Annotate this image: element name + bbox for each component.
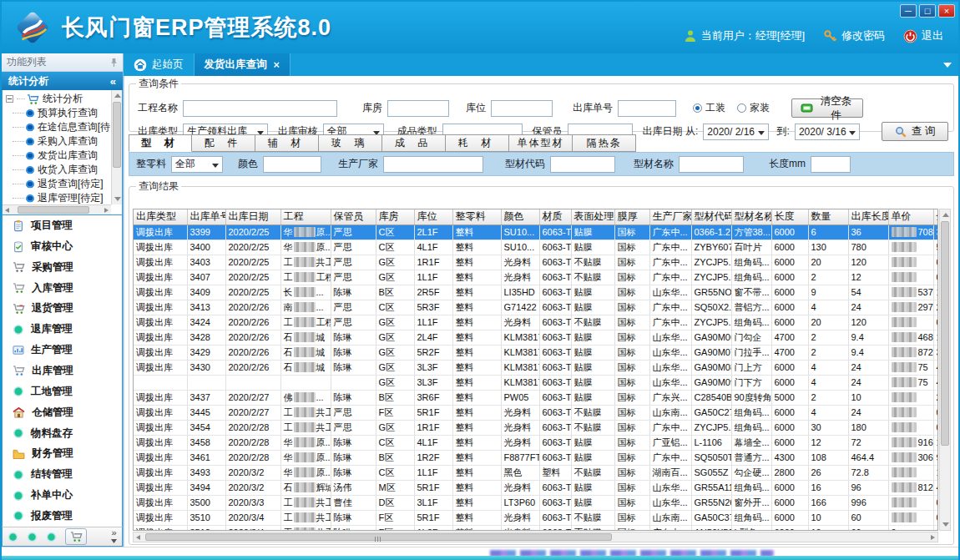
table-row[interactable]: 调拨出库34032020/2/25工共工程严思G区1R1F整料光身料6063-T…	[134, 255, 938, 270]
collapse-icon[interactable]: «	[110, 75, 116, 88]
grid-column-header[interactable]: 保管员	[331, 209, 376, 225]
table-row[interactable]: G区3L3F整料KLM38176063-T5贴膜国标山东华...GA90M09.…	[134, 375, 938, 390]
table-row[interactable]: 调拨出库34282020/2/26石城陈琳G区2L4F整料KLM38176063…	[134, 330, 938, 345]
radio-gongzhuang[interactable]: 工装	[693, 101, 725, 115]
table-row[interactable]: 调拨出库34452020/2/27工共工程严思F区5R1F整料光身料6063-T…	[134, 405, 938, 420]
clear-conditions-button[interactable]: 清空条件	[791, 98, 863, 118]
tree-expander-icon[interactable]	[6, 95, 13, 103]
sidebar-item-6[interactable]: 生产管理	[3, 340, 122, 361]
sidebar-item-8[interactable]: 工地管理	[3, 381, 122, 402]
material-tab-4[interactable]: 成 品	[382, 134, 446, 152]
sidebar-item-12[interactable]: 结转管理	[3, 464, 122, 485]
material-tab-6[interactable]: 单体型材	[509, 134, 573, 152]
table-row[interactable]: 调拨出库34072020/2/25工工程严思G区1L1F整料光身料6063-T5…	[134, 270, 938, 285]
grid-column-header[interactable]: 出库日期	[225, 209, 280, 225]
sidebar-item-4[interactable]: 退货管理	[3, 298, 122, 319]
grid-column-header[interactable]: 型材代码	[691, 209, 731, 225]
table-row[interactable]: 调拨出库34292020/2/26石城陈琳G区5R2F整料KLM38176063…	[134, 345, 938, 360]
grid-column-header[interactable]: 金	[933, 209, 938, 225]
green-dot-icon[interactable]	[46, 532, 57, 542]
table-row[interactable]: 调拨出库34372020/2/27佛...陈琳B区3R6F整料PW056063-…	[134, 390, 938, 405]
project-name-input[interactable]	[183, 100, 337, 117]
length-input[interactable]	[811, 156, 851, 173]
table-row[interactable]: 调拨出库34542020/2/28工共工程严思G区1R1F整料光身料6063-T…	[134, 420, 938, 435]
sidebar-item-7[interactable]: 出库管理	[3, 361, 122, 381]
change-password[interactable]: 修改密码	[823, 28, 885, 43]
warehouse-input[interactable]	[387, 100, 449, 117]
cart-shortcut-button[interactable]	[65, 528, 87, 545]
grid-column-header[interactable]: 出库长度	[848, 209, 888, 225]
table-row[interactable]: 调拨出库35122020/3/4工共工程陈琳F区1L2F整料光身料6063-T5…	[134, 525, 938, 531]
sidebar-item-14[interactable]: 报废管理	[3, 506, 122, 527]
sidebar-item-13[interactable]: 补单中心	[3, 485, 122, 506]
sidebar-section-header[interactable]: 统计分析 «	[2, 72, 123, 90]
green-dot-icon[interactable]	[8, 532, 18, 542]
maker-input[interactable]	[383, 156, 483, 173]
sidebar-item-10[interactable]: 物料盘存	[3, 423, 122, 444]
grid-vertical-scrollbar[interactable]	[939, 209, 951, 531]
table-row[interactable]: 调拨出库35102020/3/4工共工程陈琳F区5R1F整料光身料6063-T5…	[134, 510, 938, 525]
material-tab-1[interactable]: 配 件	[192, 134, 255, 152]
table-row[interactable]: 调拨出库33992020/2/25华原...严思C区2L1F整料SU10...6…	[134, 225, 938, 240]
tree-item-4[interactable]: 收货入库查询	[4, 163, 110, 177]
grid-horizontal-scrollbar[interactable]	[133, 532, 938, 542]
grid-column-header[interactable]: 库位	[414, 209, 452, 225]
sidebar-item-2[interactable]: 采购管理	[3, 257, 122, 278]
tab-list-dropdown-icon[interactable]	[943, 63, 952, 68]
table-row[interactable]: 调拨出库34242020/2/26工工程严思G区1L1F整料光身料6063-T5…	[134, 315, 938, 330]
tree-vertical-scrollbar[interactable]	[111, 90, 122, 204]
close-button[interactable]: ×	[938, 4, 955, 18]
grid-column-header[interactable]: 出库单号	[187, 209, 225, 225]
material-tab-2[interactable]: 辅 材	[255, 134, 319, 152]
tree-horizontal-scrollbar[interactable]	[3, 204, 111, 214]
tab-close-icon[interactable]: ×	[274, 58, 280, 71]
table-row[interactable]: 调拨出库34582020/2/28华原...陈琳C区4L1F整料光身料6063-…	[134, 435, 938, 450]
grid-column-header[interactable]: 工程	[280, 209, 331, 225]
order-no-input[interactable]	[618, 100, 676, 117]
sidebar-item-9[interactable]: 仓储管理	[3, 402, 122, 423]
grid-column-header[interactable]: 材质	[539, 209, 571, 225]
profile-code-input[interactable]	[550, 156, 615, 173]
tree-item-6[interactable]: 退库管理[待定]	[4, 191, 110, 204]
sidebar-item-3[interactable]: 入库管理	[3, 278, 122, 299]
tree-root[interactable]: 统计分析	[4, 92, 110, 106]
grid-column-header[interactable]: 库房	[376, 209, 414, 225]
grid-column-header[interactable]: 数量	[808, 209, 848, 225]
sidebar-item-11[interactable]: 财务管理	[3, 443, 122, 464]
date-from-select[interactable]: 2020/ 2/16	[703, 124, 768, 140]
sidebar-item-0[interactable]: 项目管理	[3, 215, 122, 236]
minimize-button[interactable]: ─	[900, 4, 917, 18]
logout[interactable]: 退出	[903, 28, 943, 43]
material-tab-0[interactable]: 型 材	[129, 134, 192, 152]
grid-column-header[interactable]: 型材名称	[731, 209, 771, 225]
green-dot-icon[interactable]	[27, 532, 38, 542]
batch-select[interactable]: 全部	[171, 156, 223, 173]
table-row[interactable]: 调拨出库34942020/3/2石辉城汤伟M区5R1F整料光身料6063-T5贴…	[134, 480, 938, 495]
sidebar-item-5[interactable]: 退库管理	[3, 319, 122, 340]
tree-item-0[interactable]: 预算执行查询	[4, 106, 110, 120]
color-input[interactable]	[263, 156, 321, 173]
maximize-button[interactable]: □	[919, 4, 936, 18]
table-row[interactable]: 调拨出库35002020/3/3工共工程曹佳D区3L1F整料LT3P606063…	[134, 495, 938, 510]
tab-shipment-query[interactable]: 发货出库查询 ×	[194, 53, 291, 76]
sidebar-overflow-button[interactable]: »	[111, 529, 117, 544]
table-row[interactable]: 调拨出库34612020/2/28华原...陈琳B区1R2F整料F8877FT6…	[134, 450, 938, 465]
grid-column-header[interactable]: 整零料	[452, 209, 501, 225]
grid-column-header[interactable]: 颜色	[501, 209, 539, 225]
radio-jiazhuang[interactable]: 家装	[737, 101, 770, 115]
tab-home[interactable]: 起始页	[124, 53, 194, 76]
date-to-select[interactable]: 2020/ 3/16	[795, 124, 860, 140]
tree-item-2[interactable]: 采购入库查询	[4, 134, 110, 149]
grid-column-header[interactable]: 膜厚	[614, 209, 649, 225]
tree-item-5[interactable]: 退货查询[待定]	[4, 177, 110, 191]
pin-icon[interactable]	[110, 58, 118, 68]
table-row[interactable]: 调拨出库34092020/2/25长...陈琳B区2R5F整料LI35HD606…	[134, 285, 938, 300]
profile-name-input[interactable]	[679, 156, 744, 173]
location-input[interactable]	[491, 100, 553, 117]
table-row[interactable]: 调拨出库34002020/2/25华原...严思C区4L1F整料SU10...6…	[134, 240, 938, 255]
search-button[interactable]: 查 询	[882, 122, 948, 141]
tree-item-1[interactable]: 在途信息查询[待	[4, 120, 110, 134]
grid-column-header[interactable]: 出库类型	[134, 209, 187, 225]
grid-column-header[interactable]: 单价	[888, 209, 933, 225]
sidebar-item-1[interactable]: 审核中心	[3, 236, 122, 257]
